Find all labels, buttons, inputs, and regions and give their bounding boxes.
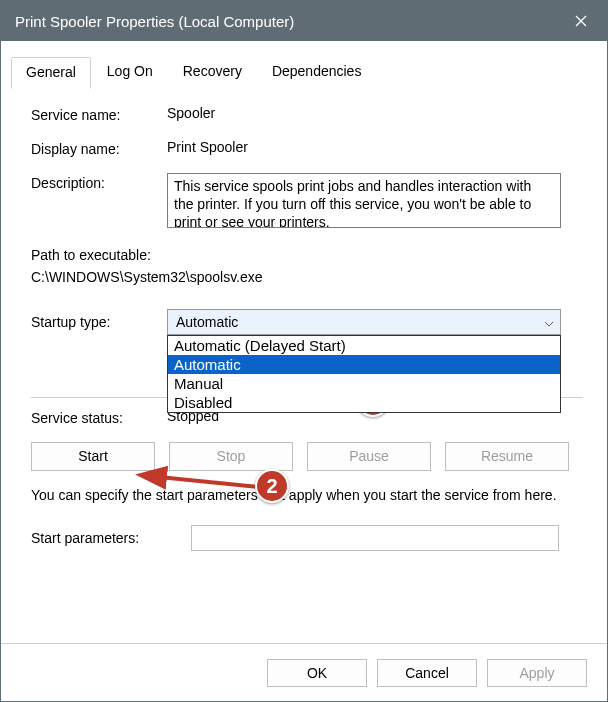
startup-type-combo[interactable]: Automatic Automatic (Delayed Start) Auto…	[167, 309, 561, 335]
tab-label: Recovery	[183, 63, 242, 79]
startup-dropdown: Automatic (Delayed Start) Automatic Manu…	[167, 335, 561, 413]
pause-button: Pause	[307, 442, 431, 471]
dialog-footer: OK Cancel Apply	[1, 643, 607, 701]
close-icon	[575, 15, 587, 27]
start-params-label: Start parameters:	[31, 530, 191, 546]
service-name-value: Spooler	[167, 105, 215, 121]
display-name-value: Print Spooler	[167, 139, 248, 155]
tab-recovery[interactable]: Recovery	[169, 57, 256, 89]
tab-general[interactable]: General	[11, 57, 91, 89]
combo-display[interactable]: Automatic	[167, 309, 561, 335]
start-params-hint: You can specify the start parameters tha…	[31, 485, 583, 505]
service-name-label: Service name:	[31, 105, 167, 123]
tab-label: Dependencies	[272, 63, 362, 79]
tab-content: Service name: Spooler Display name: Prin…	[1, 89, 607, 551]
startup-type-label: Startup type:	[31, 314, 167, 330]
service-status-label: Service status:	[31, 408, 167, 426]
description-label: Description:	[31, 173, 167, 191]
cancel-button[interactable]: Cancel	[377, 659, 477, 687]
display-name-label: Display name:	[31, 139, 167, 157]
resume-button: Resume	[445, 442, 569, 471]
apply-button: Apply	[487, 659, 587, 687]
tabstrip: General Log On Recovery Dependencies	[1, 41, 607, 89]
stop-button: Stop	[169, 442, 293, 471]
tab-logon[interactable]: Log On	[93, 57, 167, 89]
close-button[interactable]	[559, 1, 603, 41]
combo-selected-text: Automatic	[176, 314, 238, 330]
option-auto-delayed[interactable]: Automatic (Delayed Start)	[168, 336, 560, 355]
option-automatic[interactable]: Automatic	[168, 355, 560, 374]
start-button[interactable]: Start	[31, 442, 155, 471]
ok-button[interactable]: OK	[267, 659, 367, 687]
service-control-buttons: Start Stop Pause Resume	[31, 442, 583, 471]
tab-dependencies[interactable]: Dependencies	[258, 57, 376, 89]
path-label: Path to executable:	[31, 244, 583, 266]
dialog-window: Print Spooler Properties (Local Computer…	[0, 0, 608, 702]
chevron-down-icon	[544, 314, 554, 330]
path-value: C:\WINDOWS\System32\spoolsv.exe	[31, 266, 583, 288]
start-params-input[interactable]	[191, 525, 559, 551]
tab-label: Log On	[107, 63, 153, 79]
annotation-badge-2: 2	[255, 469, 289, 503]
option-disabled[interactable]: Disabled	[168, 393, 560, 412]
window-title: Print Spooler Properties (Local Computer…	[15, 13, 294, 30]
titlebar: Print Spooler Properties (Local Computer…	[1, 1, 607, 41]
option-manual[interactable]: Manual	[168, 374, 560, 393]
tab-label: General	[26, 64, 76, 80]
description-box[interactable]: This service spools print jobs and handl…	[167, 173, 561, 228]
